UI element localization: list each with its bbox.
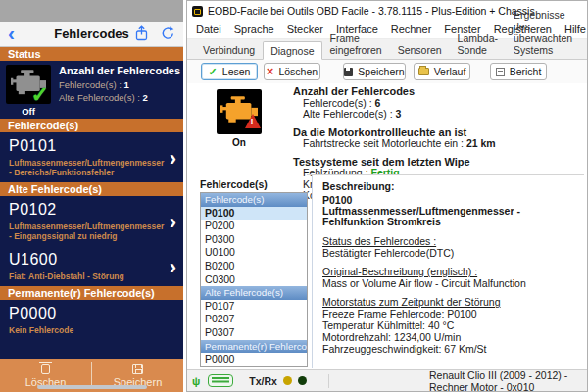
list-item[interactable]: P0107 <box>201 300 307 314</box>
freeze-frame-row: Fahrzeuggeschwindigkeit: 67 Km/St <box>322 344 574 355</box>
list-item[interactable]: P0300 <box>201 233 307 247</box>
app-icon <box>192 6 203 17</box>
check-icon: ✓ <box>31 82 49 108</box>
list-item[interactable]: P0000 <box>201 353 307 367</box>
save-button[interactable]: Speichern <box>343 63 406 80</box>
chevron-right-icon: › <box>170 146 176 172</box>
tab-verbindung[interactable]: Verbindung <box>195 40 263 59</box>
dtc-row-p0000[interactable]: P0000 Kein Fehlercode <box>0 300 183 340</box>
floppy-icon <box>344 68 353 76</box>
count-row-value: 6 <box>375 97 381 109</box>
status-value: Bestätigter Fehlercode(DTC) <box>322 248 574 259</box>
list-item[interactable]: P0207 <box>201 313 307 326</box>
dtc-code: P0000 <box>9 305 160 322</box>
count-title: Anzahl der Fehlercodes <box>293 86 496 97</box>
engine-icon-off: ✓ <box>6 65 51 104</box>
report-button[interactable]: Bericht <box>490 63 547 80</box>
toolbar: ✓ Lesen × Löschen Speichern Verlauf Beri… <box>187 60 587 83</box>
count-row-label: Alte Fehlercode(s) : <box>303 108 396 120</box>
status-row: Alte Fehlercode(s) : 2 <box>59 92 180 103</box>
trash-icon <box>41 364 50 374</box>
count-row: Alte Fehlercode(s) : 3 <box>293 109 496 120</box>
vehicle-label: Renault Clio III (2009 - 2012) - Rechner… <box>429 369 587 392</box>
dtc-description: Luftmassenmesser/Luftmengenmesser - Eing… <box>9 221 146 241</box>
section-header-current: Fehlercode(s) <box>0 119 183 132</box>
status-row: Fehlercode(s) : 1 <box>59 79 180 90</box>
window-title: EOBD-Facile bei Outils OBD Facile - 3.78… <box>208 5 535 17</box>
list-item[interactable]: P0200 <box>201 220 307 233</box>
status-title: Anzahl der Fehlercodes <box>59 65 180 76</box>
dtc-code: P0102 <box>9 201 160 219</box>
usb-icon: ψ <box>192 375 200 387</box>
txrx-label: Tx/Rx <box>249 375 277 387</box>
menu-sprache[interactable]: Sprache <box>234 24 274 35</box>
dtc-row-p0102[interactable]: P0102 Luftmassenmesser/Luftmengenmesser … <box>0 196 183 246</box>
report-icon <box>496 68 505 76</box>
status-row-label: Fehlercode(s) : <box>59 79 124 90</box>
tab-diagnose[interactable]: Diagnose <box>263 41 321 60</box>
freeze-frame-row: Motordrehzahl: 1234,00 U/min <box>322 332 574 343</box>
section-header-old: Alte Fehlercode(s) <box>0 182 183 196</box>
list-item-selected[interactable]: P0100 <box>201 207 307 220</box>
description-label: Beschreibung: <box>322 181 574 192</box>
chevron-right-icon: › <box>170 210 176 235</box>
freeze-frame-row: Freeze Frame Fehlercode: P0100 <box>322 309 574 319</box>
statusbar-separator <box>328 374 329 388</box>
check-icon: ✓ <box>209 66 218 78</box>
section-header-status: Status <box>0 47 183 61</box>
test-title: Testsysteme seit dem letzten Wipe <box>293 157 496 168</box>
menu-datei[interactable]: Datei <box>196 24 221 35</box>
dtc-code: P0101 <box>9 137 160 155</box>
menu-stecker[interactable]: Stecker <box>287 24 323 35</box>
dtc-description: Kein Fehlercode <box>9 325 146 335</box>
tab-frame-eingefroren[interactable]: Frame eingefroren <box>322 28 390 59</box>
status-row-label: Alte Fehlercode(s) : <box>59 92 143 103</box>
list-item[interactable]: P0307 <box>201 326 307 340</box>
clear-button-label: Löschen <box>278 66 318 77</box>
engine-state-label: On <box>217 137 262 148</box>
list-item[interactable]: B0200 <box>201 260 307 273</box>
read-button[interactable]: ✓ Lesen <box>201 63 258 80</box>
rx-indicator-dot <box>298 376 307 385</box>
description-title: Luftmassenmesser/Luftmengenmesser - Fehl… <box>322 206 574 227</box>
original-value: Mass or Volume Air flow - Circuit Malfun… <box>322 278 574 289</box>
original-heading: Original-Beschreibung (englisch) : <box>322 267 574 277</box>
clear-button[interactable]: × Löschen <box>264 63 320 80</box>
list-item[interactable]: C0300 <box>201 273 307 287</box>
phone-nav-bar: ‹ Fehlercodes <box>0 22 183 47</box>
menu-rechner[interactable]: Rechner <box>391 24 432 35</box>
home-indicator[interactable] <box>37 385 147 389</box>
engine-state-label: Off <box>6 106 51 117</box>
dtc-description: Luftmassenmesser/Luftmengenmesser - Bere… <box>9 158 146 177</box>
mil-row: Fahrtstrecke seit Motorleuchte ein : 21 … <box>293 138 496 149</box>
mil-row-value: 21 km <box>466 137 496 149</box>
refresh-icon[interactable] <box>161 25 175 41</box>
list-item[interactable]: U0100 <box>201 246 307 260</box>
report-button-label: Bericht <box>510 66 542 77</box>
save-button-label: Speichern <box>358 66 404 77</box>
read-button-label: Lesen <box>222 66 251 77</box>
fault-code-listbox[interactable]: Fehlercode(s) P0100 P0200 P0300 U0100 B0… <box>200 192 308 367</box>
obd-connector-icon <box>208 374 233 387</box>
list-group-header: Fehlercode(s) <box>201 193 307 207</box>
diagnose-content: ! On Anzahl der Fehlercodes Fehlercode(s… <box>187 83 587 371</box>
tab-sensoren[interactable]: Sensoren <box>390 40 450 59</box>
status-section: ✓ Off Anzahl der Fehlercodes Fehlercode(… <box>0 61 183 119</box>
floppy-icon <box>132 364 143 374</box>
dtc-row-p0101[interactable]: P0101 Luftmassenmesser/Luftmengenmesser … <box>0 132 183 182</box>
phone-status-bar <box>0 0 183 22</box>
history-button[interactable]: Verlauf <box>414 63 470 80</box>
description-panel: Beschreibung: P0100 Luftmassenmesser/Luf… <box>312 175 584 368</box>
folder-icon <box>418 68 429 75</box>
tab-lambda-sonde[interactable]: Lambda-Sonde <box>450 28 506 59</box>
tab-strip: Verbindung Diagnose Frame eingefroren Se… <box>187 39 587 60</box>
status-heading: Status des Fehlercodes : <box>322 236 574 247</box>
dtc-row-u1600[interactable]: U1600 Fiat: Anti-Diebstahl - Störung › <box>0 246 183 286</box>
tab-ergebnisse[interactable]: Ergebnisse des überwachten Systems <box>506 5 587 59</box>
mil-title: Da die Motorkontrollleuchte an ist <box>293 127 496 138</box>
warning-exclamation: ! <box>251 117 254 126</box>
share-icon[interactable] <box>135 25 148 41</box>
status-row-value: 1 <box>124 79 129 90</box>
phone-app: ‹ Fehlercodes Status ✓ <box>0 0 183 392</box>
x-icon: × <box>267 67 274 76</box>
